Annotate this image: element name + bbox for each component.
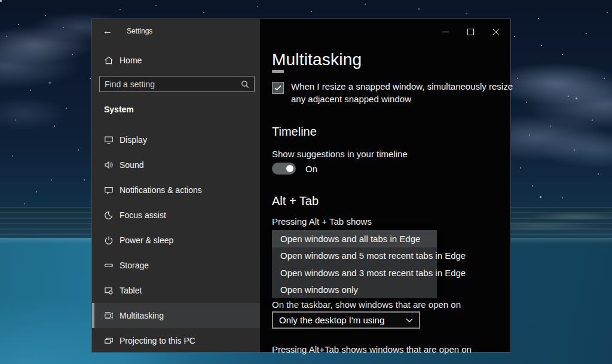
sidebar-item-label: Sound xyxy=(120,160,143,170)
dropdown-option[interactable]: Open windows and 3 most recent tabs in E… xyxy=(272,264,437,282)
sidebar-item-power-sleep[interactable]: Power & sleep xyxy=(92,228,260,253)
sidebar-item-multitasking[interactable]: Multitasking xyxy=(92,303,260,328)
checkbox-checked-icon[interactable] xyxy=(272,82,284,94)
alt-tab-dropdown-label: Pressing Alt + Tab shows xyxy=(272,216,372,227)
alt-tab-heading: Alt + Tab xyxy=(272,194,319,208)
page-title: Multitasking xyxy=(272,50,362,69)
sidebar-item-focus-assist[interactable]: Focus assist xyxy=(92,203,260,228)
sidebar-item-label: Notifications & actions xyxy=(120,185,202,195)
alt-tab-dropdown-list: Open windows and all tabs in Edge Open w… xyxy=(272,230,437,298)
maximize-icon xyxy=(467,29,474,35)
sidebar-item-tablet[interactable]: Tablet xyxy=(92,278,260,303)
focus-assist-icon xyxy=(104,210,114,220)
sidebar-item-projecting[interactable]: Projecting to this PC xyxy=(92,328,260,353)
back-button[interactable]: ← xyxy=(98,23,117,39)
sidebar-item-label: Focus assist xyxy=(120,210,166,220)
snap-resize-checkbox-row[interactable]: When I resize a snapped window, simultan… xyxy=(272,81,513,105)
window-controls xyxy=(433,23,508,41)
taskbar-windows-select[interactable]: Only the desktop I'm using xyxy=(272,311,420,329)
partially-scrolled-checkbox xyxy=(272,70,284,73)
search-input[interactable] xyxy=(100,79,241,89)
select-value: Only the desktop I'm using xyxy=(273,315,406,325)
dropdown-option[interactable]: Open windows and 5 most recent tabs in E… xyxy=(272,247,437,265)
storage-icon xyxy=(104,261,114,270)
timeline-heading: Timeline xyxy=(272,125,317,139)
alttab-windows-label: Pressing Alt+Tab shows windows that are … xyxy=(272,344,472,354)
sidebar-item-display[interactable]: Display xyxy=(92,127,260,152)
sidebar-item-label: Home xyxy=(120,56,142,65)
toggle-knob xyxy=(286,165,293,172)
timeline-toggle-row: On xyxy=(272,163,317,175)
checkbox-label: When I resize a snapped window, simultan… xyxy=(291,81,513,105)
search-icon[interactable] xyxy=(241,80,249,88)
display-icon xyxy=(104,135,114,145)
sidebar-item-label: Power & sleep xyxy=(120,235,173,245)
settings-window: ← Settings Home System xyxy=(91,19,511,353)
sidebar-item-label: Tablet xyxy=(120,286,142,295)
sidebar-item-label: Display xyxy=(120,135,147,145)
sidebar-item-label: Storage xyxy=(120,261,149,270)
minimize-icon xyxy=(442,29,449,35)
sidebar-item-label: Multitasking xyxy=(120,311,164,320)
desktop-wallpaper: ← Settings Home System xyxy=(0,0,612,364)
tablet-icon xyxy=(104,286,114,295)
maximize-button[interactable] xyxy=(458,23,483,41)
timeline-toggle-label: Show suggestions in your timeline xyxy=(272,149,408,159)
sidebar-item-storage[interactable]: Storage xyxy=(92,253,260,278)
close-icon xyxy=(492,29,499,35)
sound-icon xyxy=(104,160,114,170)
sidebar-item-home[interactable]: Home xyxy=(92,50,260,71)
suggestions-toggle[interactable] xyxy=(272,163,296,175)
sidebar-section-system: System xyxy=(104,105,134,114)
settings-sidebar: ← Settings Home System xyxy=(92,19,260,352)
chevron-down-icon xyxy=(406,318,413,323)
back-arrow-icon: ← xyxy=(103,26,112,36)
search-box[interactable] xyxy=(99,76,255,92)
app-title: Settings xyxy=(127,27,152,35)
multitasking-icon xyxy=(104,311,114,320)
notifications-icon xyxy=(104,185,114,195)
sidebar-item-label: Projecting to this PC xyxy=(120,336,195,345)
sidebar-item-sound[interactable]: Sound xyxy=(92,152,260,178)
dropdown-option[interactable]: Open windows and all tabs in Edge xyxy=(272,230,437,247)
close-button[interactable] xyxy=(483,23,508,41)
dropdown-option[interactable]: Open windows only xyxy=(272,282,437,299)
settings-content: Multitasking When I resize a snapped win… xyxy=(260,19,510,352)
sidebar-item-notifications[interactable]: Notifications & actions xyxy=(92,178,260,203)
power-icon xyxy=(104,235,114,245)
toggle-state-label: On xyxy=(305,164,317,174)
projecting-icon xyxy=(104,336,114,345)
taskbar-windows-label: On the taskbar, show windows that are op… xyxy=(272,299,461,310)
home-icon xyxy=(104,56,114,65)
minimize-button[interactable] xyxy=(433,23,458,41)
